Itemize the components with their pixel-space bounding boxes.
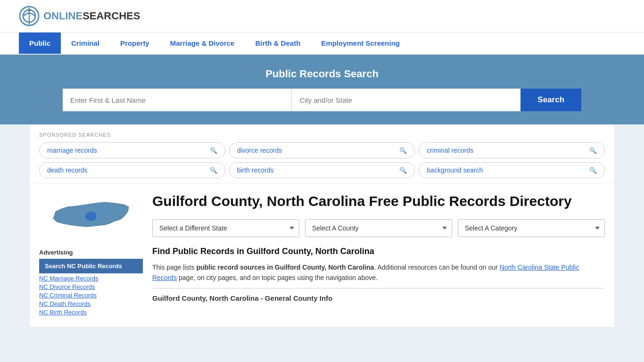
search-icon: 🔍 (399, 147, 407, 154)
search-icon: 🔍 (399, 167, 407, 174)
state-dropdown[interactable]: Select a Different State (152, 219, 299, 237)
sponsored-section: SPONSORED SEARCHES marriage records 🔍 di… (30, 124, 614, 183)
sidebar-link-death[interactable]: NC Death Records (39, 300, 143, 307)
sponsored-tag-background[interactable]: background search 🔍 (419, 162, 605, 178)
search-button[interactable]: Search (520, 89, 581, 111)
sidebar-link-criminal[interactable]: NC Criminal Records (39, 292, 143, 299)
location-input[interactable] (292, 89, 520, 111)
nav-marriage-divorce[interactable]: Marriage & Divorce (160, 33, 245, 54)
search-icon: 🔍 (589, 147, 597, 154)
search-banner: Public Records Search Search (0, 55, 644, 124)
nav-birth-death[interactable]: Birth & Death (245, 33, 311, 54)
sponsored-tag-marriage[interactable]: marriage records 🔍 (39, 142, 225, 158)
sidebar-link-marriage[interactable]: NC Marriage Records (39, 275, 143, 282)
search-icon: 🔍 (210, 167, 217, 174)
category-dropdown[interactable]: Select A Category (458, 219, 605, 237)
sponsored-tag-divorce[interactable]: divorce records 🔍 (229, 142, 415, 158)
sidebar-link-birth[interactable]: NC Birth Records (39, 309, 143, 316)
nav-employment[interactable]: Employment Screening (311, 33, 410, 54)
logo-text: ONLINESEARCHES (43, 10, 140, 22)
site-header: ONLINESEARCHES (0, 0, 644, 33)
search-form: Search (63, 89, 581, 111)
find-title: Find Public Records in Guilford County, … (152, 247, 605, 256)
sidebar-link-divorce[interactable]: NC Divorce Records (39, 283, 143, 290)
sponsored-tag-birth[interactable]: birth records 🔍 (229, 162, 415, 178)
nc-state-map (49, 193, 133, 240)
county-dropdown[interactable]: Select A County (305, 219, 452, 237)
name-input[interactable] (63, 89, 292, 111)
logo-icon (19, 6, 40, 26)
nav-property[interactable]: Property (110, 33, 160, 54)
search-icon: 🔍 (210, 147, 217, 154)
sidebar-featured-link[interactable]: Search NC Public Records (39, 259, 143, 273)
content-area: Advertising Search NC Public Records NC … (30, 183, 614, 327)
sponsored-tag-criminal[interactable]: criminal records 🔍 (419, 142, 605, 158)
page-title: Guilford County, North Carolina Free Pub… (152, 193, 605, 210)
search-banner-title: Public Records Search (19, 68, 625, 80)
main-content: Guilford County, North Carolina Free Pub… (152, 193, 605, 317)
sponsored-grid: marriage records 🔍 divorce records 🔍 cri… (39, 142, 605, 178)
find-description: This page lists public record sources in… (152, 262, 605, 283)
sponsored-label: SPONSORED SEARCHES (39, 132, 605, 138)
county-info-title: Guilford County, North Carolina - Genera… (152, 288, 605, 302)
advertising-label: Advertising (39, 249, 143, 256)
nav-criminal[interactable]: Criminal (61, 33, 110, 54)
search-icon: 🔍 (589, 167, 597, 174)
sponsored-tag-death[interactable]: death records 🔍 (39, 162, 225, 178)
state-map-container (39, 193, 143, 241)
logo[interactable]: ONLINESEARCHES (19, 6, 140, 26)
svg-rect-2 (27, 9, 31, 11)
main-nav: Public Criminal Property Marriage & Divo… (0, 33, 644, 55)
dropdowns-row: Select a Different State Select A County… (152, 219, 605, 237)
nav-public[interactable]: Public (19, 33, 61, 54)
sidebar: Advertising Search NC Public Records NC … (39, 193, 143, 317)
svg-point-3 (85, 212, 97, 221)
